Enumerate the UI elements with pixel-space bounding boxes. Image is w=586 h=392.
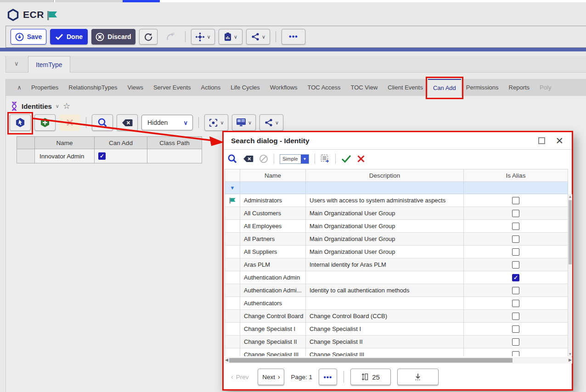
tab-reports[interactable]: Reports [504,79,535,96]
focus-view-menu-button[interactable]: ∨ [204,114,228,131]
search-button[interactable] [92,114,113,131]
backspace-icon[interactable] [243,155,254,162]
is-alias-checkbox[interactable] [512,313,519,320]
more-actions-button[interactable]: ••• [282,29,305,45]
table-row[interactable]: Change Control Board Change Control Boar… [225,310,568,323]
tab-toc-access[interactable]: TOC Access [303,79,346,96]
cell-name[interactable]: Innovator Admin [35,149,95,163]
layout-menu-button[interactable]: ∨ [232,114,256,131]
itemtype-accordion[interactable]: ∨ ItemType [6,56,586,73]
is-alias-checkbox[interactable] [512,248,519,256]
confirm-check-icon[interactable] [341,155,351,163]
flag-icon[interactable] [47,11,58,22]
column-header-can-add[interactable]: Can Add [95,136,147,149]
is-alias-checkbox[interactable] [512,261,519,269]
export-download-button[interactable] [397,369,439,385]
is-alias-checkbox[interactable] [512,300,519,307]
tab-toc-view[interactable]: TOC View [346,79,383,96]
is-alias-checkbox[interactable] [512,223,519,230]
tab-server-events[interactable]: Server Events [148,79,196,96]
cancel-x-icon[interactable] [357,155,365,163]
search-icon[interactable] [227,154,237,164]
row-handle[interactable] [225,284,240,297]
refresh-button[interactable] [139,29,158,45]
row-handle[interactable] [225,246,240,258]
add-item-button[interactable] [34,114,56,131]
is-alias-checkbox[interactable] [512,235,519,243]
row-handle[interactable] [225,297,240,310]
discard-button[interactable]: Discard [91,29,135,45]
filter-name-cell[interactable] [240,182,306,194]
row-handle[interactable] [225,323,240,336]
row-handle[interactable] [17,149,35,163]
filter-row[interactable]: ▼ [225,182,568,194]
column-header-description[interactable]: Description [306,169,464,182]
column-header-name[interactable]: Name [240,169,306,182]
save-button[interactable]: Save [11,29,46,45]
maximize-icon[interactable] [538,137,545,144]
more-pages-button[interactable]: ••• [319,369,337,385]
tab-poly[interactable]: Poly [535,79,556,96]
horizontal-scrollbar[interactable]: ◀ ▶ [225,357,572,364]
table-row[interactable]: Aras PLM Internal identity for Aras PLM [225,258,568,271]
row-handle[interactable] [225,194,240,207]
add-criteria-row-icon[interactable] [321,154,330,163]
clear-search-button[interactable] [117,114,138,131]
select-items-button[interactable] [10,114,31,131]
tab-actions[interactable]: Actions [196,79,226,96]
is-alias-checkbox[interactable] [512,325,519,333]
collapse-icon[interactable]: ∧ [12,79,26,96]
reports-menu-button[interactable]: ∨ [219,29,242,45]
tab-life-cycles[interactable]: Life Cycles [225,79,265,96]
table-row[interactable]: Change Specialist III Change Specialist … [225,348,568,356]
favorite-star-icon[interactable]: ☆ [63,102,70,110]
table-row[interactable]: Authenticators [225,297,568,310]
row-handle[interactable] [225,271,240,284]
next-page-button[interactable]: Next › [258,369,284,385]
tab-views[interactable]: Views [122,79,148,96]
column-header-name[interactable]: Name [35,136,95,149]
tab-properties[interactable]: Properties [26,79,63,96]
scroll-up-arrow[interactable]: ▲ [568,195,572,199]
chevron-down-icon[interactable]: ∨ [14,60,19,67]
page-size-control[interactable]: 25 [350,369,391,385]
table-row[interactable]: Change Specialist I Change Specialist I [225,323,568,336]
dialog-titlebar[interactable]: Search dialog - Identity ✕ [224,132,572,150]
navigation-menu-button[interactable]: ∨ [191,29,215,45]
is-alias-checkbox[interactable] [512,351,519,357]
table-row[interactable]: Change Specialist II Change Specialist I… [225,336,568,348]
can-add-checkbox[interactable] [98,152,106,160]
row-handle[interactable] [225,348,240,356]
vertical-scrollbar[interactable]: ▲ ▼ [568,194,572,357]
filter-is-alias-cell[interactable] [464,182,568,194]
cell-class-path[interactable] [147,149,202,163]
tab-permissions[interactable]: Permissions [461,79,504,96]
hidden-filter-select[interactable]: Hidden ∨ [141,115,193,130]
row-handle[interactable] [225,336,240,348]
is-alias-checkbox[interactable] [512,287,519,294]
scroll-right-arrow[interactable]: ▶ [569,358,572,362]
row-handle[interactable] [225,310,240,323]
scroll-left-arrow[interactable]: ◀ [225,358,228,362]
table-row[interactable]: All Partners Main Organizational User Gr… [225,233,568,246]
filter-description-cell[interactable] [306,182,464,194]
table-row[interactable]: Administrators Users with access to syst… [225,194,568,207]
search-mode-select[interactable]: Simple ▼ [280,154,309,164]
column-header-is-alias[interactable]: Is Alias [464,169,568,182]
scrollbar-thumb[interactable] [569,200,572,264]
table-row[interactable]: All Customers Main Organizational User G… [225,207,568,220]
tab-relationshiptypes[interactable]: RelationshipTypes [63,79,122,96]
is-alias-checkbox[interactable] [512,338,519,346]
chevron-down-icon[interactable]: ∨ [56,103,59,109]
row-handle[interactable] [225,207,240,220]
itemtype-tab[interactable]: ItemType [28,56,70,73]
row-handle[interactable] [225,220,240,233]
filter-triangle-icon[interactable]: ▼ [230,185,235,190]
scrollbar-thumb[interactable] [229,358,513,363]
table-row[interactable]: Authentication Admin [225,271,568,284]
row-handle[interactable] [225,258,240,271]
share-menu-button[interactable]: ∨ [246,29,270,45]
cell-can-add[interactable] [95,149,147,163]
is-alias-checkbox[interactable] [512,210,519,217]
is-alias-checkbox[interactable] [512,197,519,204]
